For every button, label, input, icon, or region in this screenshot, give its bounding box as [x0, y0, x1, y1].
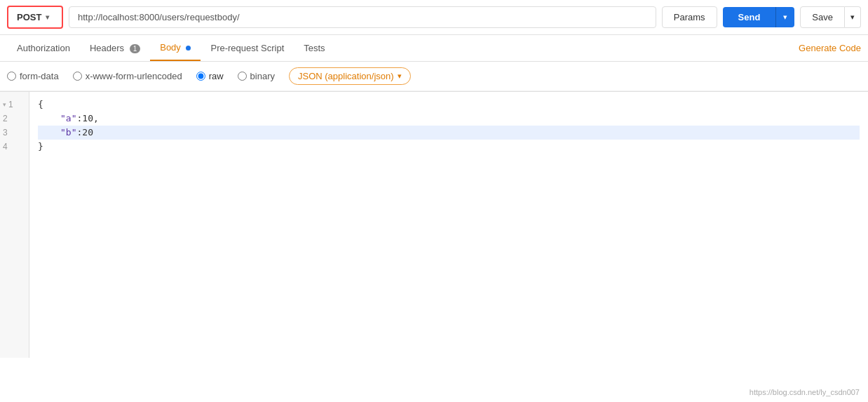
tab-tests-label: Tests	[304, 43, 325, 53]
line-number-1: 1	[8, 100, 13, 109]
method-chevron-icon: ▾	[46, 13, 49, 21]
generate-code-link[interactable]: Generate Code	[799, 36, 861, 60]
line-num-1: ▾ 1	[0, 98, 29, 112]
code-colon-b: :	[76, 126, 82, 140]
send-dropdown-button[interactable]: ▾	[775, 7, 794, 27]
raw-option[interactable]: raw	[196, 71, 224, 81]
top-bar: POST ▾ Params Send ▾ Save ▾	[0, 0, 868, 35]
code-editor: ▾ 1 2 3 4 { "a" : 10, "b" : 20 }	[0, 91, 868, 358]
tab-headers[interactable]: Headers 1	[80, 36, 150, 60]
form-data-radio[interactable]	[7, 72, 16, 81]
raw-label: raw	[209, 71, 224, 81]
params-button[interactable]: Params	[662, 6, 717, 28]
method-label: POST	[17, 12, 41, 22]
line-number-4: 4	[3, 142, 8, 152]
binary-label: binary	[250, 71, 275, 81]
json-type-chevron-icon: ▾	[398, 72, 402, 81]
line-number-2: 2	[3, 114, 8, 123]
code-bracket-close: }	[38, 140, 43, 154]
save-button[interactable]: Save	[800, 6, 845, 28]
form-data-label: form-data	[20, 71, 59, 81]
code-key-a: "a"	[60, 112, 76, 126]
line-num-4: 4	[0, 140, 29, 154]
line-number-3: 3	[3, 128, 8, 138]
tab-body-label: Body	[160, 42, 181, 53]
binary-option[interactable]: binary	[238, 71, 275, 81]
line-numbers: ▾ 1 2 3 4	[0, 92, 29, 358]
headers-badge: 1	[130, 44, 141, 53]
tab-body[interactable]: Body	[150, 35, 201, 61]
save-group: Save ▾	[800, 6, 861, 28]
tab-prerequest[interactable]: Pre-request Script	[201, 36, 294, 60]
code-line-1: {	[38, 98, 860, 112]
collapse-arrow-icon: ▾	[3, 101, 6, 108]
code-line-2: "a" : 10,	[38, 112, 860, 126]
code-body[interactable]: { "a" : 10, "b" : 20 }	[29, 92, 868, 358]
code-line-4: }	[38, 140, 860, 154]
json-type-button[interactable]: JSON (application/json) ▾	[289, 67, 411, 85]
send-group: Send ▾	[723, 7, 795, 27]
tab-authorization[interactable]: Authorization	[7, 36, 80, 60]
tab-prerequest-label: Pre-request Script	[210, 43, 284, 53]
code-value-a: 10,	[82, 112, 98, 126]
code-key-b: "b"	[60, 126, 76, 140]
binary-radio[interactable]	[238, 72, 247, 81]
form-data-option[interactable]: form-data	[7, 71, 59, 81]
raw-radio[interactable]	[196, 72, 205, 81]
urlencoded-radio[interactable]	[73, 72, 82, 81]
tab-headers-label: Headers	[90, 43, 124, 53]
code-line-3: "b" : 20	[38, 126, 860, 140]
code-colon-a: :	[76, 112, 82, 126]
urlencoded-label: x-www-form-urlencoded	[86, 71, 182, 81]
send-button[interactable]: Send	[723, 7, 776, 27]
body-sub-bar: form-data x-www-form-urlencoded raw bina…	[0, 62, 868, 91]
json-type-label: JSON (application/json)	[298, 71, 394, 81]
code-value-b: 20	[82, 126, 93, 140]
save-dropdown-button[interactable]: ▾	[845, 6, 861, 28]
code-bracket-open: {	[38, 98, 43, 112]
urlencoded-option[interactable]: x-www-form-urlencoded	[73, 71, 182, 81]
tab-tests[interactable]: Tests	[294, 36, 334, 60]
body-dot-icon	[186, 46, 191, 51]
tab-bar: Authorization Headers 1 Body Pre-request…	[0, 35, 868, 62]
tab-authorization-label: Authorization	[17, 43, 70, 53]
method-button[interactable]: POST ▾	[7, 6, 63, 29]
line-num-3: 3	[0, 126, 29, 140]
line-num-2: 2	[0, 112, 29, 126]
url-input[interactable]	[69, 6, 656, 28]
